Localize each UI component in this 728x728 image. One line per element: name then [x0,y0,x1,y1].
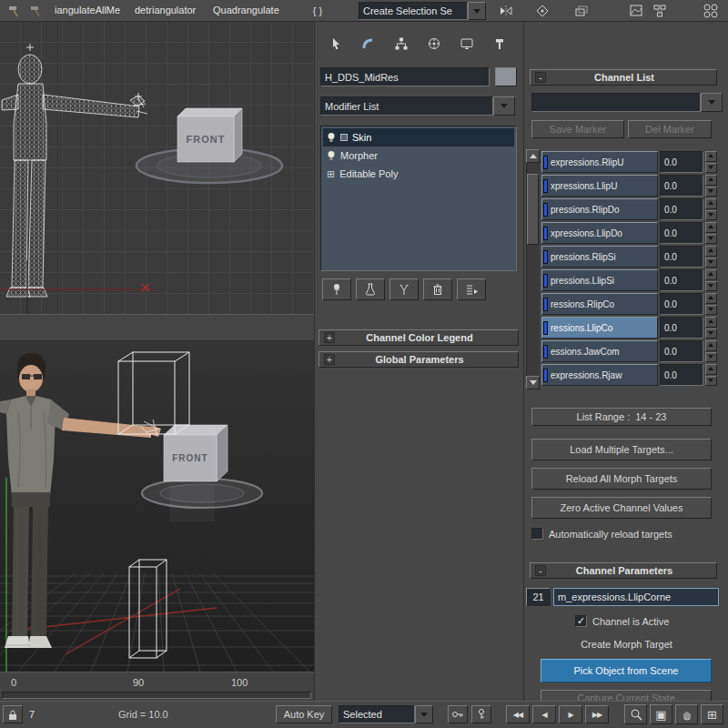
channel-value-field[interactable]: 0.0 [660,293,703,315]
rollout-global-parameters[interactable]: + Global Parameters [318,351,519,368]
selection-set-dropdown[interactable]: Create Selection Se [359,2,486,20]
pick-object-from-scene-button[interactable]: Pick Object from Scene [541,659,712,682]
channel-value-field[interactable]: 0.0 [660,340,703,362]
marker-dropdown[interactable] [531,93,723,112]
channel-value-field[interactable]: 0.0 [660,317,703,339]
schematic-view-icon[interactable] [650,2,670,20]
channel-button[interactable]: ressions.LlipCo [541,317,658,339]
viewport-front-wireframe[interactable]: FRONT [0,22,314,314]
make-unique-icon[interactable] [389,278,419,300]
front-box[interactable]: FRONT [164,425,228,481]
expand-icon[interactable]: + [324,332,335,343]
braces-icon[interactable]: { } [300,2,335,20]
tab-utilities-icon[interactable] [486,33,513,55]
channel-value-field[interactable]: 0.0 [660,198,703,220]
selection-lock-icon[interactable] [3,705,23,723]
value-spinner[interactable] [705,198,717,220]
channel-value-field[interactable]: 0.0 [660,222,703,244]
track-bar-groove[interactable] [2,692,311,699]
load-multiple-targets-button[interactable]: Load Multiple Targets... [531,439,712,460]
maximize-viewport-icon[interactable]: ⊞ [701,704,723,724]
modifier-stack-item-skin[interactable]: Skin [323,128,514,147]
value-spinner[interactable] [705,246,717,268]
previous-frame-icon[interactable]: ◀ [532,705,556,723]
channel-number-field[interactable]: 21 [526,588,551,606]
channel-button[interactable]: pressions.RlipSi [541,246,658,268]
next-frame-icon[interactable]: ▶▶ [585,705,609,723]
front-box[interactable]: FRONT [177,108,242,162]
chevron-down-icon[interactable] [468,2,486,20]
value-spinner[interactable] [705,293,717,315]
channel-button[interactable]: pressions.RlipDo [541,198,658,220]
remove-modifier-icon[interactable] [423,278,452,300]
value-spinner[interactable] [705,340,717,362]
scrollbar-track[interactable] [526,163,540,376]
chevron-down-icon[interactable] [493,96,515,116]
channel-value-field[interactable]: 0.0 [660,151,703,173]
rollout-channel-list[interactable]: - Channel List [530,69,717,86]
value-spinner[interactable] [705,151,717,173]
zoom-extents-icon[interactable]: ▣ [650,704,672,724]
script-button-detriangulator[interactable]: detriangulator [135,5,196,15]
set-keys-icon[interactable] [448,705,468,723]
object-color-swatch[interactable] [495,67,517,86]
value-spinner[interactable] [705,269,717,291]
bulb-icon[interactable] [327,150,336,161]
rollout-channel-color-legend[interactable]: + Channel Color Legend [318,329,519,346]
align-icon[interactable] [532,2,552,20]
save-marker-button[interactable]: Save Marker [531,120,624,138]
mirror-icon[interactable] [496,2,516,20]
pan-icon[interactable] [675,704,698,724]
channel-button[interactable]: pressions.LlipSi [541,269,658,291]
track-bar[interactable]: 0 90 100 [0,672,314,701]
channel-button[interactable]: xpressions.LlipDo [541,222,658,244]
auto-key-button[interactable]: Auto Key [276,705,332,723]
tab-motion-icon[interactable] [420,33,448,55]
tab-display-icon[interactable] [453,33,480,55]
configure-modifier-sets-icon[interactable] [457,278,486,300]
channel-button[interactable]: ressions.RlipCo [541,293,658,315]
chevron-down-icon[interactable] [701,93,723,112]
viewport-perspective-shaded[interactable]: FRONT [0,341,314,672]
reload-all-morph-targets-button[interactable]: Reload All Morph Targets [531,468,712,490]
capture-current-state-button[interactable]: Capture Current State [541,690,712,701]
pin-stack-icon[interactable] [322,278,351,300]
channel-button[interactable]: expressions.RlipU [541,151,658,173]
hammer-icon-2[interactable] [25,2,46,20]
scrollbar-thumb[interactable] [527,174,539,245]
key-mode-icon[interactable] [471,705,491,723]
channel-button[interactable]: essions.JawCom [541,340,658,362]
channel-name-field[interactable]: m_expressions.LlipCorne [553,588,719,606]
key-filter-dropdown[interactable]: Selected [339,705,433,723]
object-name-field[interactable]: H_DDS_MidRes [320,67,490,86]
channel-value-field[interactable]: 0.0 [660,364,703,386]
material-editor-icon[interactable] [701,2,721,20]
modifier-stack-item-morpher[interactable]: Morpher [323,147,514,165]
auto-reload-checkbox[interactable] [531,528,543,540]
scroll-up-icon[interactable] [526,149,540,163]
zoom-icon[interactable] [624,704,647,724]
zero-active-channel-values-button[interactable]: Zero Active Channel Values [531,497,712,519]
expand-icon[interactable]: + [324,354,335,365]
chevron-down-icon[interactable] [415,705,433,723]
channel-value-field[interactable]: 0.0 [660,175,703,197]
hammer-icon[interactable] [4,2,24,20]
channel-value-field[interactable]: 0.0 [660,269,703,291]
tab-create-icon[interactable] [322,33,349,55]
channel-button[interactable]: xpressions.LlipU [541,175,658,197]
script-button-triangulate[interactable]: iangulateAllMe [55,5,120,15]
value-spinner[interactable] [705,222,717,244]
script-button-quadrangulate[interactable]: Quadrangulate [213,5,279,15]
channel-value-field[interactable]: 0.0 [660,246,703,268]
value-spinner[interactable] [705,364,717,386]
value-spinner[interactable] [705,317,717,339]
value-spinner[interactable] [705,175,717,197]
channel-button[interactable]: expressions.Rjaw [541,364,658,386]
del-marker-button[interactable]: Del Marker [628,120,712,138]
collapse-icon[interactable]: - [535,72,546,83]
play-icon[interactable]: ▶ [559,705,582,723]
go-to-start-icon[interactable]: ◀◀ [506,705,530,723]
channel-active-checkbox[interactable]: ✓ [575,615,587,627]
expand-plus-icon[interactable]: ⊞ [327,168,335,180]
channel-list-scrollb ar[interactable] [526,149,540,389]
